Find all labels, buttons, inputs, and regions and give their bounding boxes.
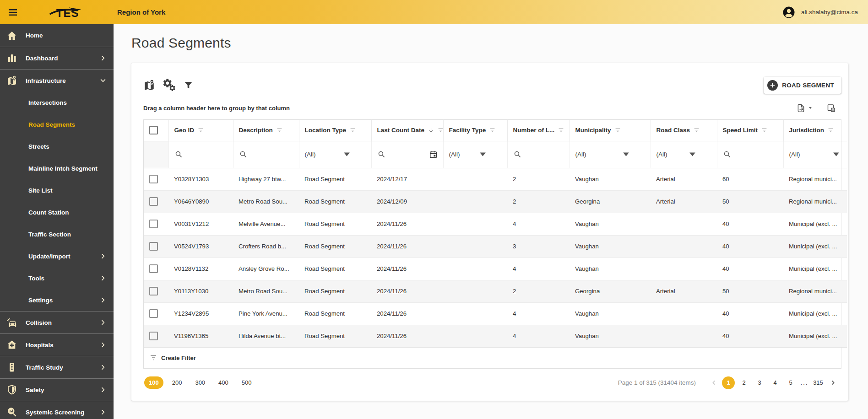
- header-filter-icon[interactable]: [198, 127, 204, 133]
- row-checkbox[interactable]: [149, 287, 158, 295]
- column-header-number-of-l[interactable]: Number of L...: [507, 120, 570, 141]
- sidebar-item-collision[interactable]: Collision: [0, 311, 114, 333]
- filter-cell-speed-limit[interactable]: [717, 141, 783, 168]
- sidebar-item-systemic-screening[interactable]: Systemic Screening: [0, 401, 114, 419]
- page-size-300[interactable]: 300: [190, 376, 210, 389]
- table-row[interactable]: Y0113Y1030Metro Road Sou...Road Segment2…: [144, 280, 847, 302]
- sidebar-item-traffic-study[interactable]: Traffic Study: [0, 356, 114, 378]
- sidebar-item-hospitals[interactable]: Hospitals: [0, 333, 114, 356]
- header-filter-icon[interactable]: [350, 127, 356, 133]
- sidebar-item-safety[interactable]: Safety: [0, 378, 114, 401]
- select-all-checkbox[interactable]: [149, 126, 158, 134]
- sidebar-item-tools[interactable]: Tools: [0, 267, 114, 289]
- column-header-location-type[interactable]: Location Type: [299, 120, 371, 141]
- table-row[interactable]: V0031V1212Melville Avenue...Road Segment…: [144, 213, 847, 235]
- caret-down-icon[interactable]: [688, 150, 697, 159]
- cell-number-of-l: 4: [507, 325, 570, 347]
- user-account[interactable]: ali.shalaby@cima.ca: [782, 5, 858, 19]
- sidebar-item-count-station[interactable]: Count Station: [0, 201, 114, 223]
- calendar-icon[interactable]: [429, 150, 438, 159]
- row-checkbox[interactable]: [149, 175, 158, 183]
- sidebar-item-site-list[interactable]: Site List: [0, 179, 114, 201]
- sidebar-item-mainline-intch-segment[interactable]: Mainline Intch Segment: [0, 157, 114, 179]
- sidebar-item-home[interactable]: Home: [0, 24, 114, 47]
- table-row[interactable]: V0524V1793Crofters Road b...Road Segment…: [144, 235, 847, 258]
- export-button[interactable]: [796, 103, 813, 113]
- sidebar-item-traffic-section[interactable]: Traffic Section: [0, 223, 114, 245]
- main-content: Road Segments: [114, 24, 868, 419]
- header-filter-icon[interactable]: [694, 127, 700, 133]
- page-button-3[interactable]: 3: [753, 376, 766, 389]
- table-row[interactable]: Y0328Y1303Highway 27 btw...Road Segment2…: [144, 168, 847, 190]
- filter-cell-municipality[interactable]: (All): [570, 141, 651, 168]
- caret-down-icon[interactable]: [832, 150, 841, 159]
- page-button-5[interactable]: 5: [784, 376, 797, 389]
- caret-down-icon[interactable]: [478, 150, 487, 159]
- filter-button[interactable]: [184, 81, 193, 90]
- table-row[interactable]: V1196V1365Hilda Avenue bt...Road Segment…: [144, 325, 847, 347]
- column-header-facility-type[interactable]: Facility Type: [443, 120, 507, 141]
- filter-cell-number-of-l[interactable]: [507, 141, 570, 168]
- header-filter-icon[interactable]: [558, 127, 564, 133]
- sidebar-item-settings[interactable]: Settings: [0, 289, 114, 311]
- cell-road-class: [651, 213, 717, 235]
- row-checkbox[interactable]: [149, 242, 158, 251]
- pager-next-button[interactable]: [826, 376, 840, 390]
- caret-down-icon[interactable]: [342, 150, 351, 159]
- sidebar-item-label: Safety: [26, 387, 44, 393]
- map-settings-button[interactable]: [163, 79, 175, 91]
- sidebar-item-update-import[interactable]: Update/Import: [0, 245, 114, 267]
- filter-cell-last-count-date[interactable]: [371, 141, 443, 168]
- page-button-2[interactable]: 2: [738, 376, 750, 389]
- sidebar-item-streets[interactable]: Streets: [0, 135, 114, 157]
- filter-cell-description[interactable]: [233, 141, 299, 168]
- row-checkbox[interactable]: [149, 264, 158, 273]
- filter-cell-geo-id[interactable]: [168, 141, 233, 168]
- header-filter-icon[interactable]: [438, 127, 443, 133]
- header-filter-icon[interactable]: [761, 127, 767, 133]
- filter-cell-facility-type[interactable]: (All): [443, 141, 507, 168]
- header-filter-icon[interactable]: [489, 127, 495, 133]
- row-checkbox[interactable]: [149, 309, 158, 318]
- create-filter-button[interactable]: Create Filter: [144, 348, 841, 368]
- column-header-municipality[interactable]: Municipality: [570, 120, 651, 141]
- filter-cell-location-type[interactable]: (All): [299, 141, 371, 168]
- page-size-200[interactable]: 200: [168, 376, 187, 389]
- add-road-segment-button[interactable]: ROAD SEGMENT: [764, 77, 841, 94]
- filter-cell-road-class[interactable]: (All): [651, 141, 717, 168]
- page-button-1[interactable]: 1: [722, 376, 735, 389]
- column-header-last-count-date[interactable]: Last Count Date: [371, 120, 443, 141]
- table-row[interactable]: Y0646Y0890Metro Road Sou...Road Segment2…: [144, 190, 847, 213]
- collision-icon: [6, 317, 17, 328]
- column-header-speed-limit[interactable]: Speed Limit: [717, 120, 783, 141]
- table-row[interactable]: V0128V1132Ansley Grove Ro...Road Segment…: [144, 258, 847, 280]
- header-filter-icon[interactable]: [828, 127, 834, 133]
- row-checkbox[interactable]: [149, 197, 158, 206]
- sidebar-item-infrastructure[interactable]: Infrastructure: [0, 69, 114, 91]
- row-checkbox[interactable]: [149, 332, 158, 340]
- sidebar-item-intersections[interactable]: Intersections: [0, 91, 114, 113]
- cell-road-class: Arterial: [651, 280, 717, 302]
- header-filter-icon[interactable]: [277, 127, 282, 133]
- column-header-road-class[interactable]: Road Class: [651, 120, 717, 141]
- header-filter-icon[interactable]: [615, 127, 621, 133]
- filter-cell-jurisdiction[interactable]: (All): [783, 141, 847, 168]
- row-checkbox[interactable]: [149, 220, 158, 228]
- column-chooser-button[interactable]: [826, 103, 836, 113]
- sidebar-item-road-segments[interactable]: Road Segments: [0, 113, 114, 135]
- column-header-jurisdiction[interactable]: Jurisdiction: [783, 120, 847, 141]
- caret-down-icon[interactable]: [622, 150, 630, 159]
- page-button-4[interactable]: 4: [769, 376, 781, 389]
- page-size-100[interactable]: 100: [144, 376, 163, 389]
- hamburger-menu-icon[interactable]: [7, 6, 19, 18]
- column-header-description[interactable]: Description: [233, 120, 299, 141]
- page-button-315[interactable]: 315: [812, 376, 825, 389]
- cell-location-type: Road Segment: [299, 235, 371, 258]
- column-header-geo-id[interactable]: Geo ID: [168, 120, 233, 141]
- sidebar-item-dashboard[interactable]: Dashboard: [0, 47, 114, 69]
- page-size-500[interactable]: 500: [237, 376, 256, 389]
- page-size-400[interactable]: 400: [214, 376, 233, 389]
- map-view-button[interactable]: [143, 79, 155, 91]
- home-icon: [6, 30, 17, 41]
- table-row[interactable]: Y1234V2895Pine York Avenu...Road Segment…: [144, 302, 847, 325]
